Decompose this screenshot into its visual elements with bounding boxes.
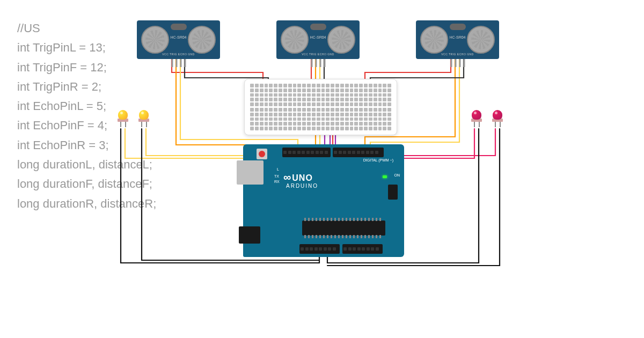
sensor-model: HC-SR04 <box>171 35 187 39</box>
sensor-pin-legs <box>171 59 186 67</box>
code-line: int TrigPinF = 12; <box>17 58 156 77</box>
sensor-pin-legs <box>311 59 325 67</box>
code-line: long durationR, distanceR; <box>17 194 156 214</box>
transducer-icon <box>141 26 169 54</box>
reset-button[interactable] <box>257 149 267 159</box>
sensor-pins: VCC TRIG ECHO GND <box>441 53 474 56</box>
sensor-model: HC-SR04 <box>310 35 326 39</box>
sensor-pins: VCC TRIG ECHO GND <box>302 53 334 56</box>
code-line: long durationF, distanceF; <box>17 174 156 194</box>
crystal-icon <box>450 24 466 30</box>
sensor-pin-legs <box>450 59 465 67</box>
led-bulb-icon <box>472 110 481 120</box>
led-yellow-2[interactable] <box>139 110 149 124</box>
power-led-icon <box>383 175 387 178</box>
sensor-model: HC-SR04 <box>450 35 466 39</box>
led-bulb-icon <box>493 110 502 120</box>
arduino-uno-board[interactable]: ∞UNO ARDUINO ON DIGITAL (PWM ~) L TXRX <box>243 144 404 257</box>
power-pins-header[interactable] <box>299 244 340 254</box>
sensor-pins: VCC TRIG ECHO GND <box>162 53 195 56</box>
l-led-label: L <box>277 167 279 171</box>
crystal-icon <box>310 24 326 30</box>
led-legs <box>118 122 128 127</box>
on-label: ON <box>394 173 400 177</box>
txrx-labels: TXRX <box>274 174 280 185</box>
led-bulb-icon <box>118 110 128 120</box>
ultrasonic-sensor-left[interactable]: HC-SR04 VCC TRIG ECHO GND <box>137 20 220 59</box>
digital-label: DIGITAL (PWM ~) <box>363 158 393 162</box>
ultrasonic-sensor-right[interactable]: HC-SR04 VCC TRIG ECHO GND <box>416 20 499 59</box>
digital-pins-header-2[interactable] <box>333 148 384 157</box>
code-line: //US <box>17 19 156 38</box>
breadboard-holes <box>250 84 391 106</box>
led-legs <box>139 122 149 127</box>
usb-port-icon <box>237 160 264 185</box>
transducer-icon <box>420 26 448 54</box>
led-legs <box>472 122 481 127</box>
breadboard-holes <box>250 108 391 130</box>
code-line: int EchoPinR = 3; <box>17 136 156 155</box>
transducer-icon <box>467 26 495 54</box>
digital-pins-header-1[interactable] <box>282 148 331 157</box>
code-line: int TrigPinL = 13; <box>17 38 156 57</box>
transducer-icon <box>188 26 216 54</box>
led-legs <box>493 122 502 127</box>
code-line: int EchoPinF = 4; <box>17 116 156 135</box>
analog-pins-header[interactable] <box>342 244 383 254</box>
arduino-brand: ARDUINO <box>286 183 318 189</box>
breadboard-bottom-section <box>250 108 391 130</box>
ultrasonic-sensor-front[interactable]: HC-SR04 VCC TRIG ECHO GND <box>276 20 360 59</box>
icsp-header <box>388 185 398 200</box>
breadboard-top-section <box>250 84 391 106</box>
arduino-logo: ∞UNO <box>283 171 313 183</box>
atmega-chip-icon <box>302 221 385 236</box>
code-snippet: //US int TrigPinL = 13; int TrigPinF = 1… <box>17 19 156 214</box>
code-line: int EchoPinL = 5; <box>17 97 156 116</box>
transducer-icon <box>281 26 309 54</box>
code-line: long durationL, distanceL; <box>17 155 156 174</box>
power-jack-icon <box>239 226 260 244</box>
led-magenta-1[interactable] <box>472 110 481 124</box>
mini-breadboard[interactable] <box>244 79 397 135</box>
crystal-icon <box>171 24 187 30</box>
led-yellow-1[interactable] <box>118 110 128 124</box>
transducer-icon <box>327 26 355 54</box>
code-line: int TrigPinR = 2; <box>17 77 156 97</box>
led-magenta-2[interactable] <box>493 110 502 124</box>
led-bulb-icon <box>139 110 149 120</box>
